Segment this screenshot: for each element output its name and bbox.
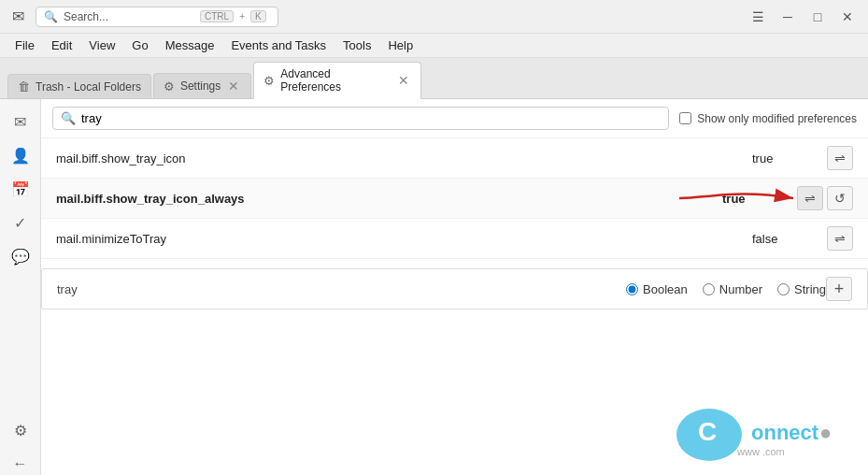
tab-settings[interactable]: ⚙ Settings ✕ [153, 73, 251, 98]
sidebar-item-calendar[interactable]: 📅 [6, 174, 36, 204]
search-icon: 🔍 [44, 10, 58, 23]
new-pref-name-value: tray [57, 282, 626, 296]
tab-trash-label: Trash - Local Folders [36, 80, 141, 94]
advanced-prefs-tab-icon: ⚙ [263, 74, 275, 88]
pref-actions: ⇌ [827, 146, 853, 170]
menu-tools[interactable]: Tools [335, 36, 378, 54]
title-search-input[interactable] [64, 10, 194, 23]
title-search-bar[interactable]: 🔍 CTRL + K [36, 7, 278, 27]
show-modified-label[interactable]: Show only modified preferences [697, 112, 857, 125]
pref-toggle-button[interactable]: ⇌ [827, 226, 853, 251]
menu-bar: File Edit View Go Message Events and Tas… [0, 34, 868, 58]
pref-actions: ⇌ ↺ [797, 186, 853, 210]
tab-settings-close[interactable]: ✕ [226, 79, 241, 94]
preferences-table: mail.biff.show_tray_icon true ⇌ mail.bif… [41, 138, 868, 475]
tab-advanced-prefs-label: Advanced Preferences [280, 67, 391, 94]
boolean-radio[interactable] [626, 283, 638, 295]
pref-value: true [752, 151, 827, 166]
pref-toggle-button[interactable]: ⇌ [827, 146, 853, 170]
main-layout: ✉ 👤 📅 ✓ 💬 ⚙ ← 🔍 Show only modified prefe… [0, 99, 868, 475]
type-boolean[interactable]: Boolean [626, 282, 688, 296]
menu-button[interactable]: ☰ [745, 7, 771, 27]
maximize-button[interactable]: □ [804, 7, 831, 27]
menu-events-and-tasks[interactable]: Events and Tasks [223, 36, 334, 54]
app-icon: ✉ [7, 7, 28, 27]
sidebar-item-mail[interactable]: ✉ [6, 107, 36, 137]
add-actions: + [826, 277, 852, 301]
pref-name: mail.biff.show_tray_icon_always [56, 192, 722, 206]
tab-bar: 🗑 Trash - Local Folders ⚙ Settings ✕ ⚙ A… [0, 58, 868, 99]
filter-search-input[interactable] [81, 111, 661, 125]
search-shortcut-ctrl: CTRL [200, 10, 234, 22]
type-selector: Boolean Number String [626, 282, 826, 296]
pref-reset-button[interactable]: ↺ [827, 186, 853, 210]
sidebar-item-contacts[interactable]: 👤 [6, 140, 36, 170]
title-bar: ✉ 🔍 CTRL + K ☰ ─ □ ✕ [0, 0, 868, 34]
table-row: mail.biff.show_tray_icon true ⇌ [41, 138, 868, 179]
number-label: Number [719, 282, 762, 296]
menu-file[interactable]: File [7, 36, 42, 54]
sidebar: ✉ 👤 📅 ✓ 💬 ⚙ ← [0, 99, 41, 475]
menu-view[interactable]: View [81, 36, 122, 54]
pref-value: false [752, 232, 827, 246]
sidebar-item-back[interactable]: ← [6, 449, 36, 475]
menu-message[interactable]: Message [158, 36, 222, 54]
title-bar-left: ✉ [7, 7, 28, 27]
add-preference-button[interactable]: + [826, 277, 852, 301]
minimize-button[interactable]: ─ [775, 7, 801, 27]
sidebar-bottom: ⚙ ← [6, 415, 36, 475]
filter-search-icon: 🔍 [61, 111, 76, 125]
content-area: 🔍 Show only modified preferences mail.bi… [41, 99, 868, 475]
pref-value: true [722, 192, 797, 206]
sidebar-item-chat[interactable]: 💬 [6, 241, 36, 271]
menu-edit[interactable]: Edit [44, 36, 79, 54]
trash-icon: 🗑 [18, 79, 30, 94]
string-label: String [794, 282, 826, 296]
window-controls: ☰ ─ □ ✕ [745, 7, 861, 27]
pref-actions: ⇌ [827, 226, 853, 251]
sidebar-top: ✉ 👤 📅 ✓ 💬 [6, 107, 36, 271]
spacer [41, 259, 868, 268]
filter-bar: 🔍 Show only modified preferences [41, 99, 868, 138]
show-modified-checkbox[interactable] [679, 112, 691, 124]
tab-advanced-prefs-close[interactable]: ✕ [396, 73, 411, 88]
menu-help[interactable]: Help [380, 36, 420, 54]
boolean-label: Boolean [643, 282, 688, 296]
tab-trash[interactable]: 🗑 Trash - Local Folders [7, 74, 151, 98]
search-shortcut-key: K [250, 10, 266, 22]
type-number[interactable]: Number [703, 282, 762, 296]
sidebar-item-settings[interactable]: ⚙ [6, 415, 36, 445]
pref-toggle-button[interactable]: ⇌ [797, 186, 823, 210]
tab-settings-label: Settings [180, 79, 221, 93]
tab-advanced-prefs[interactable]: ⚙ Advanced Preferences ✕ [253, 62, 421, 99]
filter-search-bar[interactable]: 🔍 [52, 107, 669, 130]
table-row: mail.minimizeToTray false ⇌ [41, 219, 868, 259]
table-row: mail.biff.show_tray_icon_always true ⇌ ↺ [41, 179, 868, 219]
string-radio[interactable] [777, 283, 790, 295]
menu-go[interactable]: Go [124, 36, 155, 54]
close-button[interactable]: ✕ [834, 7, 861, 27]
sidebar-item-tasks[interactable]: ✓ [6, 208, 36, 238]
show-modified-option: Show only modified preferences [679, 112, 857, 125]
number-radio[interactable] [703, 283, 715, 295]
settings-tab-icon: ⚙ [164, 79, 175, 94]
pref-name: mail.minimizeToTray [56, 232, 752, 246]
type-string[interactable]: String [777, 282, 826, 296]
new-preference-row: tray Boolean Number String [41, 268, 868, 309]
pref-name: mail.biff.show_tray_icon [56, 151, 752, 166]
